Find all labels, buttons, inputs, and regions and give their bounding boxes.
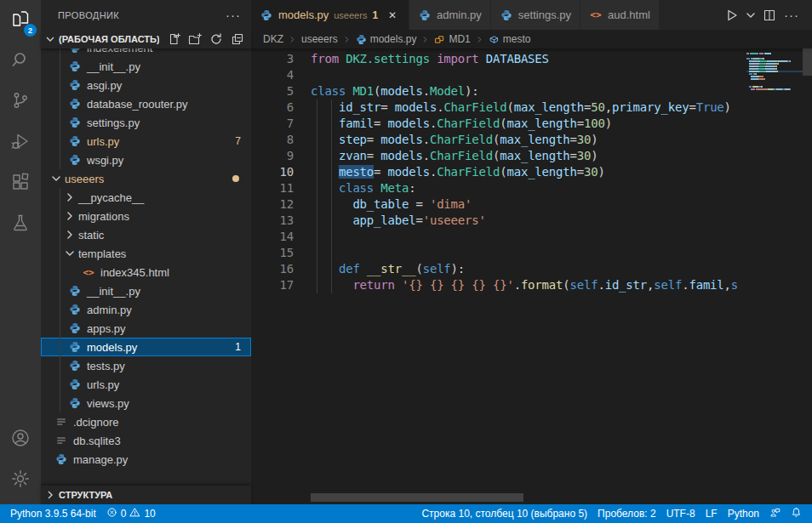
python-icon: [500, 9, 513, 22]
new-folder-icon[interactable]: [188, 32, 202, 46]
tree-item-index345.html[interactable]: <>index345.html: [41, 263, 251, 281]
run-python-file-icon[interactable]: [723, 5, 741, 26]
line-number[interactable]: 4: [251, 67, 294, 83]
tree-item-.dcignore[interactable]: .dcignore: [41, 412, 251, 431]
line-number[interactable]: 17: [251, 277, 294, 293]
collapse-all-icon[interactable]: [231, 32, 244, 46]
tree-folder-__pycache__[interactable]: __pycache__: [41, 188, 251, 207]
tree-item-models.py[interactable]: models.py1: [41, 338, 251, 356]
line-number[interactable]: 12: [251, 196, 294, 213]
tree-folder-templates[interactable]: templates: [41, 244, 251, 263]
tree-item-views.py[interactable]: views.py: [41, 394, 251, 412]
status-indentation[interactable]: Пробелов: 2: [592, 504, 661, 523]
breadcrumb-item-MD1[interactable]: MD1: [434, 33, 470, 45]
activity-item-testing[interactable]: [0, 204, 41, 245]
line-number[interactable]: 3: [251, 51, 294, 67]
tab-label: settings.py: [518, 9, 571, 21]
file-label: indexelement: [87, 48, 152, 54]
close-icon[interactable]: ✕: [385, 8, 400, 23]
problems-badge: 7: [235, 135, 241, 147]
tab-settings.py[interactable]: settings.py: [491, 0, 580, 30]
tab-aud.html[interactable]: <>aud.html: [580, 0, 660, 30]
tree-folder-migrations[interactable]: migrations: [41, 207, 251, 225]
file-icon: [54, 415, 68, 429]
tree-item-database_roouter.py[interactable]: database_roouter.py: [41, 94, 251, 113]
tree-item-__init__.py[interactable]: __init__.py: [41, 57, 251, 76]
file-label: useeers: [65, 173, 104, 185]
status-problems[interactable]: 010: [101, 504, 161, 523]
status-encoding[interactable]: UTF-8: [661, 504, 700, 523]
refresh-icon[interactable]: [209, 32, 223, 46]
tab-models.py[interactable]: models.pyuseeers1✕: [251, 0, 409, 30]
more-actions-icon[interactable]: ···: [780, 5, 803, 26]
line-number[interactable]: 14: [251, 229, 294, 245]
activity-item-explorer[interactable]: 2: [0, 0, 41, 41]
breadcrumb-item-models.py[interactable]: models.py: [356, 33, 417, 45]
tree-item-admin.py[interactable]: admin.py: [41, 300, 251, 319]
activity-item-run-and-debug[interactable]: [0, 122, 41, 163]
minimap[interactable]: [743, 48, 803, 504]
python-icon: [68, 359, 82, 372]
line-number[interactable]: 16: [251, 261, 294, 277]
activity-item-extensions[interactable]: [0, 163, 41, 204]
tree-item-tests.py[interactable]: tests.py: [41, 356, 251, 375]
tree-item-settings.py[interactable]: settings.py: [41, 113, 251, 132]
tree-item-indexelement[interactable]: indexelement: [41, 48, 251, 57]
tree-item-__init__.py[interactable]: __init__.py: [41, 281, 251, 300]
views-and-more-actions-icon[interactable]: ···: [226, 8, 241, 22]
file-icon: [54, 434, 68, 447]
tree-item-manage.py[interactable]: manage.py: [41, 450, 251, 469]
breadcrumb-item-DKZ[interactable]: DKZ: [263, 33, 283, 45]
tree-folder-static[interactable]: static: [41, 225, 251, 244]
python-icon: [68, 134, 82, 148]
code-editor[interactable]: 3from DKZ.settings import DATABASES45cla…: [251, 48, 812, 504]
outline-section-header[interactable]: СТРУКТУРА: [41, 486, 251, 504]
activity-item-accounts[interactable]: [0, 419, 41, 460]
line-number[interactable]: 15: [251, 245, 294, 261]
vertical-scrollbar[interactable]: [803, 48, 812, 76]
status-python-version[interactable]: Python 3.9.5 64-bit: [5, 504, 101, 523]
tree-item-wsgi.py[interactable]: wsgi.py: [41, 151, 251, 169]
workspace-section-header[interactable]: (РАБОЧАЯ ОБЛАСТЬ) ...: [41, 30, 251, 48]
minimap-line: [746, 55, 803, 57]
code-line: 16 def __str__(self):: [251, 261, 812, 277]
python-icon: [68, 396, 82, 410]
breadcrumb-item-useeers[interactable]: useeers: [301, 33, 338, 45]
tree-item-db.sqlite3[interactable]: db.sqlite3: [41, 431, 251, 450]
line-number[interactable]: 13: [251, 213, 294, 229]
tree-item-urls.py[interactable]: urls.py7: [41, 132, 251, 151]
line-number[interactable]: 11: [251, 180, 294, 196]
tree-item-urls.py[interactable]: urls.py: [41, 375, 251, 394]
tree-item-asgi.py[interactable]: asgi.py: [41, 76, 251, 94]
activity-item-source-control[interactable]: [0, 82, 41, 122]
run-dropdown-icon[interactable]: [742, 5, 759, 26]
line-number[interactable]: 10: [251, 164, 294, 180]
status-language-mode[interactable]: Python: [723, 504, 764, 523]
code-line: 3from DKZ.settings import DATABASES: [251, 51, 812, 67]
activity-item-manage[interactable]: [0, 460, 41, 501]
status-bar-left: Python 3.9.5 64-bit010: [5, 504, 161, 523]
tree-item-apps.py[interactable]: apps.py: [41, 319, 251, 338]
python-icon: [68, 303, 82, 316]
tab-admin.py[interactable]: admin.py: [409, 0, 491, 30]
sidebar-title: ПРОВОДНИК: [58, 10, 119, 20]
line-number[interactable]: 6: [251, 99, 294, 116]
status-eol[interactable]: LF: [700, 504, 723, 523]
activity-item-search[interactable]: [0, 41, 41, 82]
new-file-icon[interactable]: [167, 32, 180, 46]
status-cursor-position[interactable]: Строка 10, столбец 10 (выбрано 5): [416, 504, 592, 523]
line-number[interactable]: 8: [251, 132, 294, 148]
tree-folder-useeers[interactable]: useeers: [41, 169, 251, 188]
code-line: 11 class Meta:: [251, 180, 812, 196]
split-editor-icon[interactable]: [761, 5, 778, 26]
horizontal-scrollbar[interactable]: [311, 493, 523, 502]
status-feedback[interactable]: [764, 504, 786, 523]
workspace-section-label: (РАБОЧАЯ ОБЛАСТЬ) ...: [59, 34, 159, 44]
python-icon: [68, 153, 82, 167]
warning-count: 10: [144, 508, 155, 520]
status-notifications[interactable]: [786, 504, 807, 523]
breadcrumb-item-mesto[interactable]: mesto: [489, 33, 531, 45]
line-number[interactable]: 9: [251, 148, 294, 164]
line-number[interactable]: 7: [251, 116, 294, 132]
line-number[interactable]: 5: [251, 83, 294, 99]
